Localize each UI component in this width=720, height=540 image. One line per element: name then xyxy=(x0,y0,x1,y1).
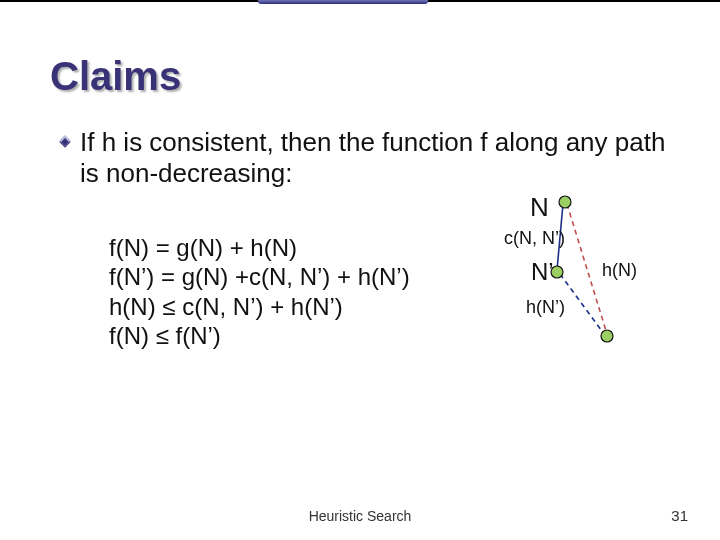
diamond-bullet-icon xyxy=(58,135,72,149)
node-goal xyxy=(601,330,613,342)
slide-title: Claims xyxy=(50,54,670,99)
edge-hn xyxy=(567,204,607,334)
proof-line-3-rhs: c(N, N’) + h(N’) xyxy=(176,293,343,320)
leq-symbol: ≤ xyxy=(156,322,169,349)
edge-hnprime xyxy=(560,274,604,334)
proof-line-3: h(N) ≤ c(N, N’) + h(N’) xyxy=(109,292,410,321)
footer-text: Heuristic Search xyxy=(0,508,720,524)
label-hn: h(N) xyxy=(602,260,637,281)
top-rule-accent xyxy=(258,0,428,4)
graph-diagram xyxy=(500,190,700,360)
slide: Claims If h is consistent, then the func… xyxy=(0,0,720,540)
bullet-text: If h is consistent, then the function f … xyxy=(80,127,670,188)
proof-line-4-rhs: f(N’) xyxy=(169,322,221,349)
leq-symbol: ≤ xyxy=(162,293,175,320)
proof-block: f(N) = g(N) + h(N) f(N’) = g(N) +c(N, N’… xyxy=(109,233,410,350)
proof-line-3-lhs: h(N) xyxy=(109,293,162,320)
decorative-top-rule xyxy=(0,0,720,4)
label-hnprime: h(N’) xyxy=(526,297,565,318)
bullet-item: If h is consistent, then the function f … xyxy=(58,127,670,188)
proof-line-4-lhs: f(N) xyxy=(109,322,156,349)
page-number: 31 xyxy=(671,507,688,524)
proof-line-2: f(N’) = g(N) +c(N, N’) + h(N’) xyxy=(109,262,410,291)
proof-line-4: f(N) ≤ f(N’) xyxy=(109,321,410,350)
proof-line-1: f(N) = g(N) + h(N) xyxy=(109,233,410,262)
node-n xyxy=(559,196,571,208)
label-cost-n-nprime: c(N, N’) xyxy=(504,228,565,249)
label-nprime: N’ xyxy=(531,258,554,286)
